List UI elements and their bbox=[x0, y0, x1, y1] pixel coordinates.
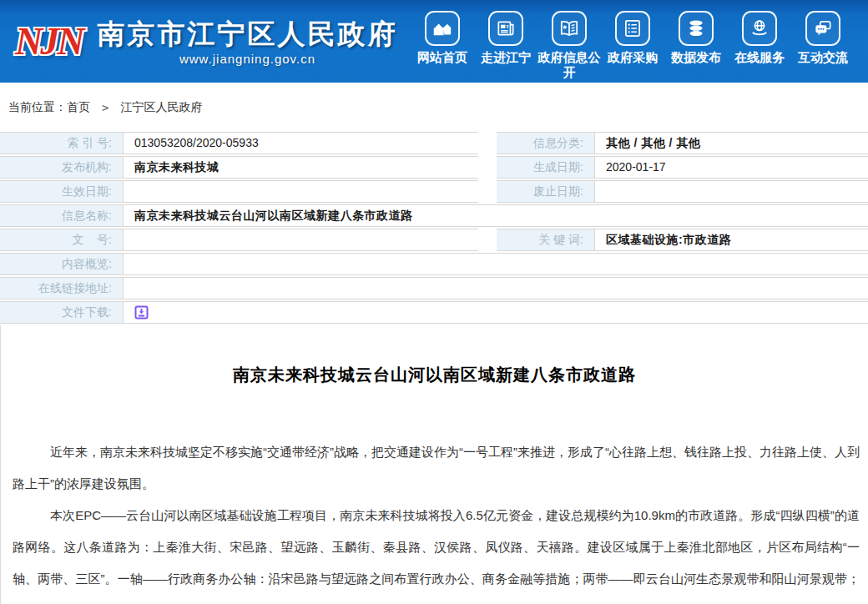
nav-item-interaction[interactable]: 互动交流 bbox=[791, 3, 855, 65]
top-nav: 网站首页 走进江宁 bbox=[411, 3, 855, 80]
nav-item-home[interactable]: 网站首页 bbox=[411, 3, 474, 65]
article-title: 南京未来科技城云台山河以南区域新建八条市政道路 bbox=[1, 325, 868, 386]
article-paragraph: 本次EPC——云台山河以南区域基础设施工程项目，南京未来科技城将投入6.5亿元资… bbox=[13, 500, 860, 604]
nav-item-data[interactable]: 数据发布 bbox=[664, 3, 728, 65]
nav-label: 网站首页 bbox=[417, 50, 467, 65]
open-book-icon bbox=[552, 11, 587, 46]
table-row-publisher: 发布机构: 南京未来科技城 生成日期: 2020-01-17 bbox=[0, 156, 868, 179]
table-row-online-link: 在线链接地址: bbox=[0, 277, 868, 299]
breadcrumb-prefix: 当前位置： bbox=[8, 100, 67, 115]
nav-label: 在线服务 bbox=[734, 50, 785, 65]
publish-date-value: 2020-01-17 bbox=[595, 157, 868, 178]
info-category-label: 信息分类: bbox=[497, 133, 595, 154]
abolish-date-value bbox=[595, 181, 868, 202]
doc-number-value bbox=[124, 229, 478, 250]
chat-bubbles-icon bbox=[805, 11, 840, 46]
list-icon bbox=[615, 11, 650, 46]
info-category-value: 其他 / 其他 / 其他 bbox=[595, 133, 868, 154]
content-summary-value bbox=[124, 254, 868, 274]
brand-text: 南京市江宁区人民政府 www.jiangning.gov.cn bbox=[97, 18, 397, 66]
info-name-label: 信息名称: bbox=[0, 205, 124, 226]
abolish-date-label: 废止日期: bbox=[497, 181, 595, 202]
article-paragraph: 近年来，南京未来科技城坚定不移实施“交通带经济”战略，把交通建设作为“一号工程”… bbox=[13, 436, 860, 500]
nav-label: 政府信息公开 bbox=[537, 50, 601, 80]
info-disclosure-table: 索 引 号: 013053208/2020-05933 信息分类: 其他 / 其… bbox=[0, 132, 868, 324]
table-row-info-name: 信息名称: 南京未来科技城云台山河以南区域新建八条市政道路 bbox=[0, 204, 868, 227]
home-icon bbox=[425, 11, 460, 46]
table-row-effective: 生效日期: 废止日期: bbox=[0, 180, 868, 203]
doc-number-label: 文 号: bbox=[0, 229, 124, 250]
publisher-value: 南京未来科技城 bbox=[124, 157, 478, 178]
index-number-value: 013053208/2020-05933 bbox=[124, 133, 478, 154]
breadcrumb-separator: > bbox=[102, 101, 108, 114]
keywords-value: 区域基础设施:市政道路 bbox=[595, 229, 868, 250]
globe-hand-icon bbox=[742, 11, 777, 46]
article-body: 近年来，南京未来科技城坚定不移实施“交通带经济”战略，把交通建设作为“一号工程”… bbox=[1, 436, 868, 604]
breadcrumb-current[interactable]: 江宁区人民政府 bbox=[120, 100, 202, 115]
table-row-download: 文件下载: bbox=[0, 301, 868, 324]
effective-date-value bbox=[124, 181, 478, 202]
site-url: www.jiangning.gov.cn bbox=[97, 52, 397, 66]
file-download-link[interactable] bbox=[134, 305, 149, 320]
nav-label: 走进江宁 bbox=[481, 50, 531, 65]
file-download-label: 文件下载: bbox=[0, 302, 124, 323]
newspaper-icon bbox=[488, 11, 523, 46]
nav-item-gov-info[interactable]: 政府信息公开 bbox=[537, 3, 601, 80]
njn-logo: NJN bbox=[10, 19, 87, 63]
site-logo-link[interactable]: NJN 南京市江宁区人民政府 www.jiangning.gov.cn bbox=[10, 18, 397, 66]
database-icon bbox=[679, 11, 714, 46]
download-icon bbox=[134, 305, 149, 320]
keywords-label: 关 键 词: bbox=[497, 229, 595, 250]
publisher-label: 发布机构: bbox=[0, 157, 124, 178]
table-row-summary: 内容概览: bbox=[0, 253, 868, 275]
article-section: 南京未来科技城云台山河以南区域新建八条市政道路 近年来，南京未来科技城坚定不移实… bbox=[0, 325, 868, 604]
publish-date-label: 生成日期: bbox=[497, 157, 595, 178]
info-name-value: 南京未来科技城云台山河以南区域新建八条市政道路 bbox=[124, 205, 868, 226]
nav-item-procurement[interactable]: 政府采购 bbox=[601, 3, 664, 65]
nav-label: 政府采购 bbox=[608, 50, 658, 65]
index-number-label: 索 引 号: bbox=[0, 133, 124, 154]
breadcrumb-home-link[interactable]: 首页 bbox=[67, 100, 90, 115]
site-header: NJN 南京市江宁区人民政府 www.jiangning.gov.cn 网站首页 bbox=[0, 0, 868, 83]
online-link-value bbox=[124, 278, 868, 299]
breadcrumb: 当前位置：首页 > 江宁区人民政府 bbox=[0, 83, 868, 132]
nav-item-services[interactable]: 在线服务 bbox=[728, 3, 791, 65]
online-link-label: 在线链接地址: bbox=[0, 278, 124, 299]
table-row-index: 索 引 号: 013053208/2020-05933 信息分类: 其他 / 其… bbox=[0, 132, 868, 154]
content-summary-label: 内容概览: bbox=[0, 254, 124, 274]
effective-date-label: 生效日期: bbox=[0, 181, 124, 202]
nav-label: 互动交流 bbox=[798, 50, 848, 65]
site-title: 南京市江宁区人民政府 bbox=[97, 18, 397, 51]
page: NJN 南京市江宁区人民政府 www.jiangning.gov.cn 网站首页 bbox=[0, 0, 868, 604]
nav-label: 数据发布 bbox=[671, 50, 721, 65]
nav-item-about[interactable]: 走进江宁 bbox=[474, 3, 537, 65]
table-row-doc-number: 文 号: 关 键 词: 区域基础设施:市政道路 bbox=[0, 229, 868, 251]
